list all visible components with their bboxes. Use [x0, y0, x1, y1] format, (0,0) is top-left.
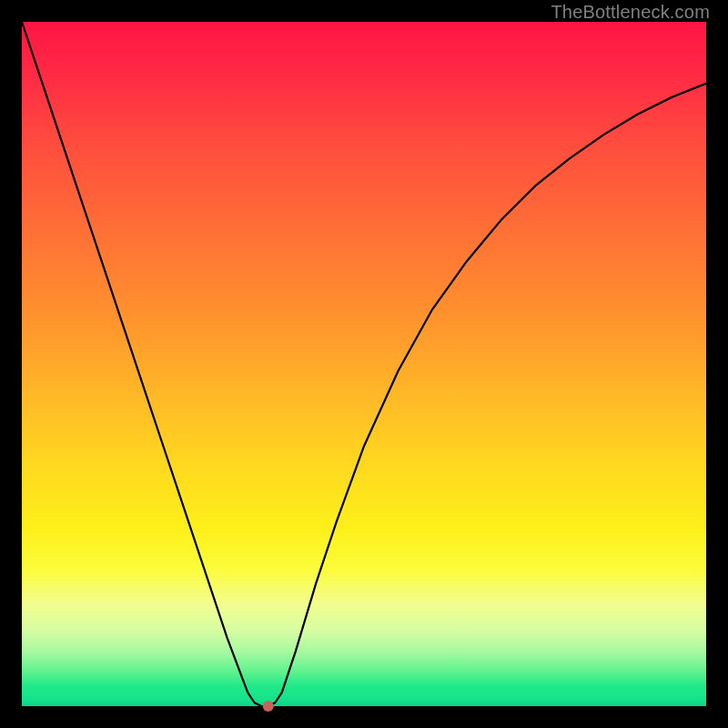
bottleneck-curve — [22, 22, 706, 706]
watermark-text: TheBottleneck.com — [551, 2, 710, 23]
chart-plot-area — [22, 22, 706, 706]
minimum-marker-dot — [263, 701, 274, 712]
chart-frame: TheBottleneck.com — [0, 0, 728, 728]
bottleneck-curve-svg — [22, 22, 706, 706]
